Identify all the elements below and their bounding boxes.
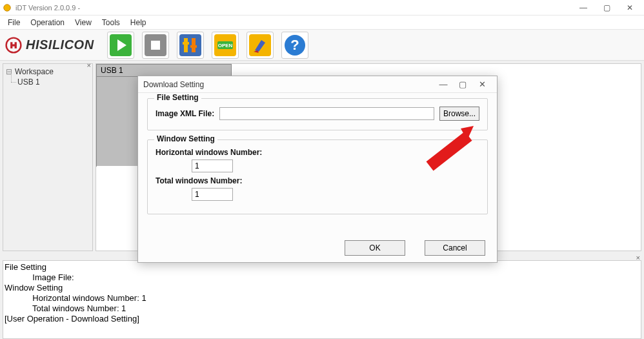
- menu-view[interactable]: View: [70, 16, 97, 29]
- log-line: Image File:: [5, 272, 639, 283]
- tools-icon: [179, 34, 202, 57]
- menu-tools[interactable]: Tools: [97, 16, 125, 29]
- logo: HISILICON: [5, 37, 99, 54]
- menu-bar: File Operation View Tools Help: [0, 15, 644, 30]
- svg-point-0: [4, 4, 11, 11]
- ok-button[interactable]: OK: [345, 240, 405, 256]
- svg-text:OPEN: OPEN: [217, 43, 232, 48]
- dialog-title-bar[interactable]: Download Setting — ▢ ✕: [138, 76, 497, 93]
- brush-icon: [248, 34, 272, 57]
- run-button[interactable]: [107, 32, 134, 59]
- dialog-close-button[interactable]: ✕: [472, 79, 492, 89]
- window-title: iDT Version 2.0.0.9 -: [15, 4, 80, 12]
- logo-text: HISILICON: [26, 37, 94, 52]
- window-setting-group: Window Setting Horizontal windows Number…: [147, 139, 488, 214]
- log-line: Horizontal windows Number: 1: [5, 293, 639, 303]
- settings-button[interactable]: [177, 32, 204, 59]
- play-icon: [109, 34, 132, 57]
- app-icon: [3, 3, 12, 12]
- tab-label: USB 1: [101, 66, 123, 75]
- tab-usb1[interactable]: USB 1: [96, 64, 232, 77]
- dialog-minimize-button[interactable]: —: [434, 79, 453, 89]
- title-bar: iDT Version 2.0.0.9 - — ▢ ✕: [0, 0, 644, 15]
- image-xml-label: Image XML File:: [156, 109, 214, 118]
- minimize-button[interactable]: —: [572, 0, 595, 15]
- dialog-maximize-button[interactable]: ▢: [453, 79, 472, 89]
- svg-rect-8: [183, 42, 189, 45]
- help-button[interactable]: ?: [281, 32, 308, 59]
- cancel-button[interactable]: Cancel: [425, 240, 485, 256]
- menu-operation[interactable]: Operation: [25, 16, 70, 29]
- horizontal-windows-label: Horizontal windows Number:: [156, 148, 479, 157]
- window-setting-legend: Window Setting: [154, 134, 217, 143]
- file-setting-group: File Setting Image XML File: Browse...: [147, 98, 488, 130]
- total-windows-input[interactable]: [192, 188, 233, 201]
- menu-help[interactable]: Help: [125, 16, 152, 29]
- maximize-button[interactable]: ▢: [595, 0, 618, 15]
- open-icon: OPEN: [214, 34, 237, 57]
- workspace-tree[interactable]: ⊟Workspace USB 1: [6, 67, 90, 87]
- log-line: File Setting: [5, 262, 639, 272]
- stop-icon: [144, 34, 167, 57]
- question-icon: ?: [283, 34, 307, 57]
- svg-rect-6: [184, 38, 188, 52]
- file-setting-legend: File Setting: [154, 93, 201, 102]
- download-setting-dialog: Download Setting — ▢ ✕ File Setting Imag…: [137, 76, 498, 263]
- tree-root[interactable]: Workspace: [15, 67, 54, 76]
- total-windows-label: Total windows Number:: [156, 176, 479, 185]
- svg-rect-4: [151, 41, 160, 50]
- log-line: Total windows Number: 1: [5, 303, 639, 314]
- menu-file[interactable]: File: [3, 16, 25, 29]
- svg-rect-9: [190, 45, 197, 48]
- clean-button[interactable]: [247, 32, 274, 59]
- image-xml-input[interactable]: [219, 107, 434, 120]
- log-line: Window Setting: [5, 283, 639, 293]
- log-line: [User Operation - Download Setting]: [5, 314, 639, 324]
- log-panel[interactable]: File Setting Image File: Window Setting …: [3, 260, 641, 339]
- stop-button[interactable]: [142, 32, 169, 59]
- open-button[interactable]: OPEN: [212, 32, 239, 59]
- dialog-title: Download Setting: [143, 80, 204, 89]
- workspace-panel: × ⊟Workspace USB 1: [3, 63, 93, 251]
- hisilicon-logo-icon: [5, 37, 22, 54]
- close-button[interactable]: ✕: [618, 0, 641, 15]
- browse-button[interactable]: Browse...: [439, 107, 479, 121]
- tree-item-usb1[interactable]: USB 1: [17, 77, 40, 87]
- horizontal-windows-input[interactable]: [192, 159, 233, 172]
- toolbar: HISILICON OPEN ?: [0, 30, 644, 61]
- sidebar-close-icon[interactable]: ×: [85, 61, 93, 69]
- svg-text:?: ?: [290, 37, 299, 53]
